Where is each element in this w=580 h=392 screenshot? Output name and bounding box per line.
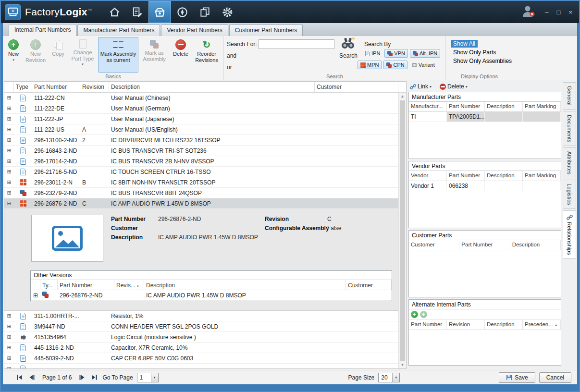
goto-page-select[interactable]: 1 ▾ [137, 373, 159, 382]
expand-row-icon[interactable]: ⊞ [4, 323, 14, 330]
expand-row-icon[interactable]: ⊞ [4, 344, 14, 351]
expand-row-icon[interactable]: ⊞ [4, 179, 14, 185]
column-header-description[interactable]: Description [510, 240, 561, 250]
expand-row-icon[interactable]: ⊞ [4, 334, 14, 340]
table-row[interactable]: ⊞3M9447-NDCONN HEADER VERT SGL 2POS GOLD [4, 321, 398, 332]
filter-caret-icon[interactable]: ▾ [137, 284, 139, 288]
ov-column-header-ty[interactable]: Ty... [40, 280, 58, 290]
column-header-revision[interactable]: Revision [80, 82, 109, 92]
scrollbar-thumb[interactable] [400, 100, 405, 361]
filter-variant-button[interactable]: Variant [409, 61, 437, 69]
column-header-part-marking[interactable]: Part Marking [523, 102, 561, 111]
column-header-preceden[interactable]: Preceden...▲ [523, 320, 561, 330]
expand-row-icon[interactable]: ⊞ [4, 158, 14, 164]
table-row[interactable]: ⊞296-23011-2-NBIC 8BIT NON-INV TRANSLTR … [4, 177, 398, 188]
table-row[interactable]: ⊞ [4, 364, 398, 368]
user-account-icon[interactable] [522, 5, 535, 19]
scroll-down-icon[interactable]: ▼ [399, 363, 406, 367]
link-button[interactable]: Link [418, 83, 428, 90]
column-header-manufactur[interactable]: Manufactur... [409, 102, 447, 111]
display-option-show-all[interactable]: Show All [451, 40, 478, 48]
tab-customer-part-numbers[interactable]: Customer Part Numbers [229, 24, 303, 36]
vertical-tab-logistics[interactable]: Logistics [563, 180, 576, 209]
display-option-show-only-assemblies[interactable]: Show Only Assemblies [451, 57, 514, 65]
delete-button[interactable]: Delete [447, 83, 464, 90]
table-row[interactable]: ⊟296-26876-2-NDCIC AMP AUDIO PWR 1.45W D… [4, 198, 398, 209]
delete-button[interactable]: Delete [170, 37, 191, 73]
search-binoculars-icon[interactable] [341, 37, 355, 51]
expand-row-icon[interactable]: ⊞ [31, 292, 40, 299]
table-row[interactable]: ⊞296-17014-2-NDIC BUS TRANSCVR 2B N-INV … [4, 156, 398, 167]
first-page-button[interactable] [15, 373, 24, 381]
search-button[interactable]: Search [339, 52, 358, 59]
search-input[interactable] [259, 39, 334, 49]
expand-row-icon[interactable]: ⊞ [4, 169, 14, 175]
column-header-expand[interactable] [4, 82, 14, 92]
table-row[interactable]: ⊞4151354964Logic Circuit (moisture sensi… [4, 332, 398, 343]
table-row[interactable]: ⊞111-222-CNUser Manual (Chinese) [4, 93, 398, 103]
ov-column-header-expand[interactable] [31, 280, 40, 290]
add-alternate-group-button[interactable]: + [420, 311, 427, 318]
production-clipboard-icon[interactable] [126, 1, 148, 23]
new-button[interactable]: +New▾ [5, 37, 22, 73]
table-row[interactable]: Vendor 1066238 [409, 181, 561, 191]
column-header-type[interactable]: Type [14, 82, 32, 92]
expand-row-icon[interactable]: ⊞ [4, 126, 14, 133]
reorder-revisions-button[interactable]: ↻Reorder Revisions [192, 37, 222, 73]
expand-row-icon[interactable]: ⊞ [4, 313, 14, 319]
vertical-tab-documents[interactable]: Documents [563, 111, 576, 146]
table-row[interactable]: ⊞111-222-JPUser Manual (Japanese) [4, 114, 398, 124]
add-alternate-part-button[interactable]: + [411, 311, 418, 318]
filter-ipn-button[interactable]: IPN [362, 49, 383, 58]
column-header-description[interactable]: Description [485, 171, 523, 181]
ov-column-header-description[interactable]: Description [144, 280, 346, 290]
save-button[interactable]: Save [499, 372, 535, 383]
expand-row-icon[interactable]: ⊞ [4, 105, 14, 111]
ov-column-header-revis[interactable]: Revis...▾ [114, 280, 144, 290]
vertical-tab-general[interactable]: General [563, 82, 576, 110]
previous-page-button[interactable] [27, 373, 36, 381]
filter-alt-ipn-button[interactable]: Alt. IPN [410, 49, 440, 58]
link-dropdown-caret-icon[interactable]: ▾ [430, 85, 432, 89]
column-header-revision[interactable]: Revision [447, 320, 485, 330]
table-row[interactable]: ⊞296-16843-2-NDIC BUS TRANSCVR TRI-ST SO… [4, 146, 398, 156]
cancel-button[interactable]: Cancel [539, 372, 571, 383]
column-header-description[interactable]: Description [109, 82, 315, 92]
tab-internal-part-numbers[interactable]: Internal Part Numbers [9, 24, 76, 36]
mark-assembly-as-current-button[interactable]: Mark Assembly as current [98, 37, 138, 73]
column-header-part-number[interactable]: Part Number [459, 240, 510, 250]
expand-row-icon[interactable]: ⊞ [4, 355, 14, 361]
filter-cpn-button[interactable]: CPN [383, 61, 407, 69]
expand-row-icon[interactable]: ⊞ [4, 137, 14, 143]
table-row[interactable]: ⊞445-5039-2-NDCAP CER 6.8PF 50V C0G 0603 [4, 353, 398, 364]
documents-icon[interactable] [194, 1, 216, 23]
table-row[interactable]: ⊞296-21716-5-NDIC TOUCH SCREEN CTRLR 16-… [4, 167, 398, 177]
last-page-button[interactable] [90, 373, 99, 381]
parts-library-icon[interactable] [148, 1, 171, 23]
column-header-part-number[interactable]: Part Number [447, 102, 485, 111]
close-button[interactable]: × [568, 9, 572, 16]
column-header-part-number[interactable]: Part Number [447, 171, 485, 181]
column-header-part-number[interactable]: Part Number [409, 320, 447, 330]
table-row[interactable]: ⊞296-13100-2-ND2IC DRVR/RCVR MLTCH RS232… [4, 135, 398, 146]
expand-row-icon[interactable]: ⊞ [4, 190, 14, 196]
table-row[interactable]: ⊞111-222-DEUser Manual (German) [4, 103, 398, 114]
collapse-row-icon[interactable]: ⊟ [4, 200, 14, 207]
expand-row-icon[interactable]: ⊞ [4, 116, 14, 122]
navigation-compass-icon[interactable] [171, 1, 194, 23]
ov-column-header-part-number[interactable]: Part Number [58, 280, 114, 290]
maximize-button[interactable]: □ [557, 9, 561, 16]
scroll-up-icon[interactable]: ▲ [399, 94, 406, 98]
page-size-select[interactable]: 20 ▾ [378, 373, 400, 382]
column-header-customer[interactable]: Customer [315, 82, 398, 92]
table-row[interactable]: ⊞296-23279-2-NDIC BUS TRANSCVR 8BIT 24QS… [4, 188, 398, 198]
filter-vpn-button[interactable]: VPN [384, 49, 408, 58]
table-row[interactable]: ⊞296-26876-2-NDIC AMP AUDIO PWR 1.45W D … [31, 290, 392, 301]
display-option-show-only-parts[interactable]: Show Only Parts [451, 49, 498, 56]
expand-row-icon[interactable]: ⊞ [4, 366, 14, 368]
table-row[interactable]: ⊞111-222-USAUser Manual (US/English) [4, 124, 398, 135]
table-row[interactable]: ⊞311-1.00HRTR-...Resistor, 1% [4, 311, 398, 321]
vertical-scrollbar[interactable]: ▲ ▼ [398, 93, 406, 368]
expand-row-icon[interactable]: ⊞ [4, 147, 14, 154]
settings-gear-icon[interactable] [216, 1, 239, 23]
